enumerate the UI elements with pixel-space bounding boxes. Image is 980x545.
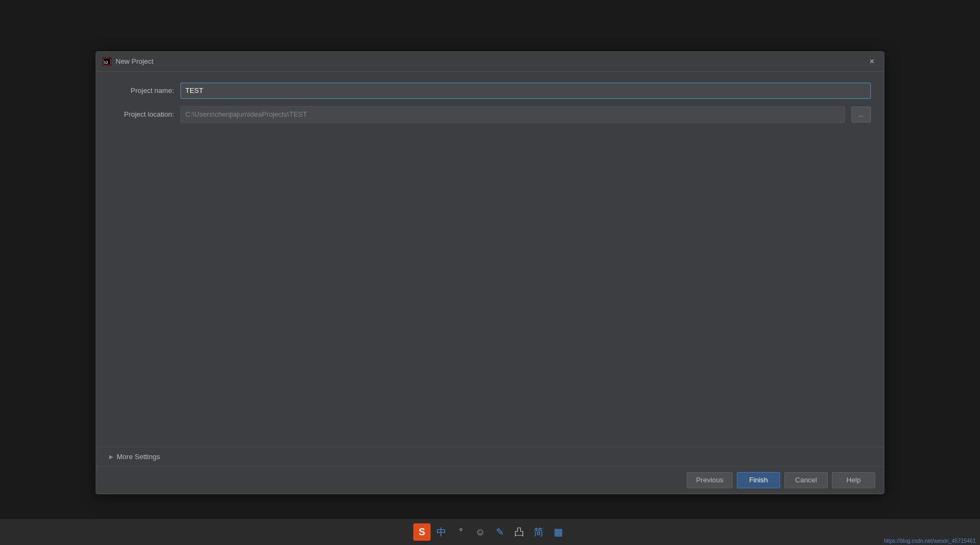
- project-location-input[interactable]: [180, 106, 845, 123]
- cancel-button[interactable]: Cancel: [784, 472, 828, 488]
- project-location-label: Project location:: [109, 110, 174, 118]
- taskbar-icon-grid[interactable]: ▦: [549, 523, 567, 541]
- project-location-row: Project location: ...: [109, 106, 871, 123]
- taskbar-icon-box[interactable]: 凸: [511, 523, 528, 541]
- taskbar-icon-jian[interactable]: 简: [530, 523, 547, 541]
- taskbar-icon-face[interactable]: ☺: [472, 523, 489, 541]
- blog-url: https://blog.csdn.net/weixin_45715461: [884, 538, 976, 544]
- more-settings-section[interactable]: ▶ More Settings: [96, 447, 884, 466]
- dialog-title: New Project: [116, 57, 153, 65]
- taskbar-icon-dot[interactable]: °: [452, 523, 469, 541]
- finish-button[interactable]: Finish: [737, 472, 780, 488]
- previous-button[interactable]: Previous: [687, 472, 733, 488]
- dialog-footer: Previous Finish Cancel Help: [96, 466, 884, 494]
- help-button[interactable]: Help: [832, 472, 875, 488]
- close-button[interactable]: ×: [867, 56, 877, 67]
- project-name-label: Project name:: [109, 86, 174, 95]
- intellij-icon: IJ: [103, 57, 111, 66]
- project-name-row: Project name:: [109, 83, 871, 99]
- dialog-title-left: IJ New Project: [103, 57, 153, 66]
- more-settings-arrow-icon: ▶: [109, 454, 113, 460]
- new-project-dialog: IJ New Project × Project name: Project l…: [96, 51, 884, 494]
- browse-button[interactable]: ...: [851, 106, 871, 123]
- dialog-titlebar: IJ New Project ×: [96, 52, 884, 72]
- dialog-content: Project name: Project location: ...: [96, 72, 884, 447]
- content-spacer: [109, 130, 871, 436]
- dialog-overlay: IJ New Project × Project name: Project l…: [0, 0, 980, 545]
- taskbar-icon-pen[interactable]: ✎: [491, 523, 508, 541]
- project-name-input[interactable]: [180, 83, 871, 99]
- svg-text:IJ: IJ: [104, 60, 108, 65]
- taskbar-icon-s[interactable]: S: [413, 523, 431, 541]
- taskbar: S 中 ° ☺ ✎ 凸 简 ▦ https://blog.csdn.net/we…: [0, 519, 980, 545]
- more-settings-label: More Settings: [117, 453, 160, 461]
- taskbar-icon-zhong[interactable]: 中: [433, 523, 450, 541]
